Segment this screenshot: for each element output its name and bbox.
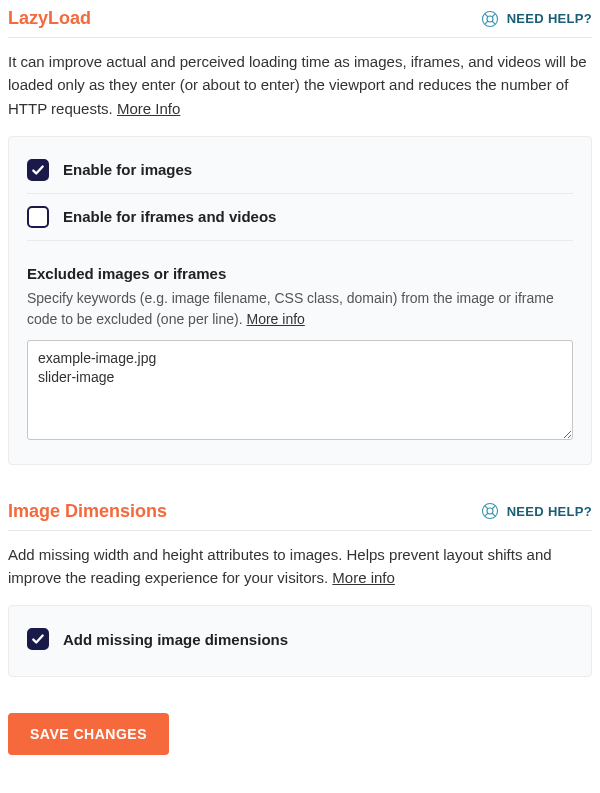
excluded-more-info-link[interactable]: More info [246, 311, 304, 327]
svg-line-11 [492, 514, 495, 517]
checkmark-icon [31, 632, 45, 646]
svg-line-4 [485, 21, 488, 24]
label-enable-images[interactable]: Enable for images [63, 161, 192, 178]
dimensions-section: Image Dimensions NEED HELP? Add missing … [8, 501, 592, 678]
checkbox-enable-images[interactable] [27, 159, 49, 181]
dimensions-options-panel: Add missing image dimensions [8, 605, 592, 677]
svg-point-0 [482, 11, 497, 26]
save-changes-button[interactable]: SAVE CHANGES [8, 713, 169, 755]
help-label: NEED HELP? [507, 504, 592, 519]
svg-line-5 [492, 21, 495, 24]
dimensions-more-info-link[interactable]: More info [332, 569, 395, 586]
checkbox-add-missing[interactable] [27, 628, 49, 650]
svg-point-6 [482, 504, 497, 519]
lazyload-options-panel: Enable for images Enable for iframes and… [8, 136, 592, 465]
svg-line-10 [485, 514, 488, 517]
label-enable-iframes[interactable]: Enable for iframes and videos [63, 208, 276, 225]
life-ring-icon [481, 502, 499, 520]
svg-line-2 [485, 14, 488, 17]
excluded-textarea[interactable] [27, 340, 573, 440]
option-enable-iframes: Enable for iframes and videos [27, 194, 573, 241]
dimensions-header: Image Dimensions NEED HELP? [8, 501, 592, 531]
checkmark-icon [31, 163, 45, 177]
lazyload-description: It can improve actual and perceived load… [8, 50, 592, 120]
lazyload-section: LazyLoad NEED HELP? It can improve actua… [8, 8, 592, 465]
excluded-heading: Excluded images or iframes [27, 265, 573, 282]
lazyload-header: LazyLoad NEED HELP? [8, 8, 592, 38]
excluded-description: Specify keywords (e.g. image filename, C… [27, 288, 573, 330]
svg-point-1 [487, 16, 493, 22]
lazyload-more-info-link[interactable]: More Info [117, 100, 180, 117]
svg-point-7 [487, 508, 493, 514]
help-label: NEED HELP? [507, 11, 592, 26]
svg-line-9 [492, 506, 495, 509]
lazyload-help-button[interactable]: NEED HELP? [481, 10, 592, 28]
option-add-missing: Add missing image dimensions [27, 622, 573, 656]
checkbox-enable-iframes[interactable] [27, 206, 49, 228]
option-enable-images: Enable for images [27, 153, 573, 194]
life-ring-icon [481, 10, 499, 28]
lazyload-title: LazyLoad [8, 8, 91, 29]
dimensions-title: Image Dimensions [8, 501, 167, 522]
dimensions-help-button[interactable]: NEED HELP? [481, 502, 592, 520]
dimensions-description: Add missing width and height attributes … [8, 543, 592, 590]
save-row: SAVE CHANGES [8, 713, 592, 755]
svg-line-3 [492, 14, 495, 17]
label-add-missing[interactable]: Add missing image dimensions [63, 631, 288, 648]
svg-line-8 [485, 506, 488, 509]
